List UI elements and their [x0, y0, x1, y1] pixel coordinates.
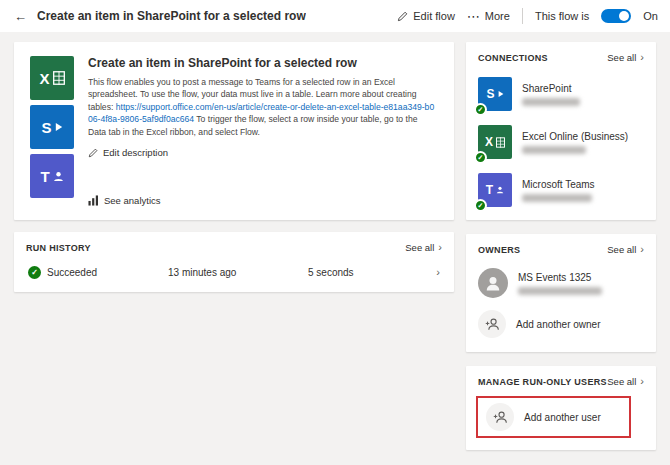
chevron-right-icon: ›: [640, 376, 644, 387]
sharepoint-icon: S ✓: [478, 77, 512, 111]
more-label: More: [485, 10, 510, 22]
run-only-users-see-all[interactable]: See all ›: [607, 376, 644, 387]
flow-toggle[interactable]: [601, 9, 631, 23]
run-duration: 5 seconds: [308, 267, 436, 278]
connected-check-icon: ✓: [474, 103, 487, 116]
owners-see-all[interactable]: See all ›: [607, 244, 644, 255]
analytics-icon: [88, 195, 99, 206]
run-history-card: RUN HISTORY See all › ✓ Succeeded 13 min…: [14, 232, 454, 292]
top-header: ← Create an item in SharePoint for a sel…: [0, 0, 670, 32]
spreadsheet-glyph: [53, 71, 65, 85]
run-only-users-title: MANAGE RUN-ONLY USERS: [478, 377, 607, 387]
connections-card: CONNECTIONS See all › S ✓ SharePoint: [466, 42, 656, 220]
connected-check-icon: ✓: [474, 199, 487, 212]
redacted-text: [522, 98, 580, 106]
excel-icon: X ✓: [478, 125, 512, 159]
edit-flow-button[interactable]: Edit flow: [397, 10, 455, 22]
chevron-right-icon: ›: [436, 267, 440, 278]
edit-icon: [397, 11, 408, 22]
run-status-label: Succeeded: [47, 267, 97, 278]
connection-name: Excel Online (Business): [522, 131, 628, 142]
highlight-annotation: Add another user: [476, 396, 631, 438]
run-time: 13 minutes ago: [168, 267, 308, 278]
run-status: ✓ Succeeded: [28, 266, 168, 279]
chevron-right-icon: ›: [640, 244, 644, 255]
flow-state-label: This flow is: [535, 10, 589, 22]
toggle-knob: [619, 11, 629, 21]
flow-state-value: On: [643, 10, 658, 22]
edit-description-button[interactable]: Edit description: [88, 147, 168, 158]
flow-details-card: X S T Create an item in SharePoint for a…: [14, 42, 454, 220]
more-button[interactable]: ⋯ More: [467, 10, 510, 23]
sharepoint-icon: S: [30, 105, 74, 149]
owners-title: OWNERS: [478, 245, 520, 255]
add-user-button[interactable]: Add another user: [480, 401, 607, 433]
person-silhouette-icon: [483, 273, 503, 293]
flow-body: Create an item in SharePoint for a selec…: [88, 56, 438, 206]
page-title: Create an item in SharePoint for a selec…: [37, 9, 306, 23]
connections-see-all[interactable]: See all ›: [607, 52, 644, 63]
connection-item[interactable]: T ✓ Microsoft Teams: [466, 166, 656, 214]
add-person-icon: [478, 310, 506, 338]
edit-icon: [88, 148, 98, 158]
teams-icon: T: [30, 154, 74, 198]
right-column: CONNECTIONS See all › S ✓ SharePoint: [466, 42, 656, 450]
flow-title: Create an item in SharePoint for a selec…: [88, 56, 438, 70]
see-analytics-label: See analytics: [104, 195, 161, 206]
run-history-see-all[interactable]: See all ›: [405, 242, 442, 253]
excel-icon: X: [30, 56, 74, 100]
more-icon: ⋯: [467, 10, 480, 23]
run-history-title: RUN HISTORY: [26, 243, 91, 253]
spreadsheet-glyph: [496, 137, 505, 148]
person-glyph: [53, 171, 64, 182]
add-owner-label: Add another owner: [516, 319, 601, 330]
avatar: [478, 268, 508, 298]
redacted-text: [522, 146, 586, 154]
back-button[interactable]: ←: [12, 9, 33, 24]
header-divider: [522, 8, 523, 24]
chevron-right-icon: ›: [438, 242, 442, 253]
add-user-label: Add another user: [524, 412, 601, 423]
owner-name: MS Events 1325: [518, 272, 602, 283]
connected-check-icon: ✓: [474, 151, 487, 164]
connection-item[interactable]: S ✓ SharePoint: [466, 70, 656, 118]
header-actions: Edit flow ⋯ More This flow is On: [397, 8, 658, 24]
flow-description: This flow enables you to post a message …: [88, 76, 438, 138]
edit-flow-label: Edit flow: [413, 10, 455, 22]
arrow-glyph: [498, 90, 504, 98]
add-person-icon: [486, 403, 514, 431]
connection-item[interactable]: X ✓ Excel Online (Business): [466, 118, 656, 166]
owners-card: OWNERS See all › MS Events 1325: [466, 234, 656, 352]
left-column: X S T Create an item in SharePoint for a…: [14, 42, 454, 450]
run-history-row[interactable]: ✓ Succeeded 13 minutes ago 5 seconds ›: [14, 260, 454, 292]
succeeded-icon: ✓: [28, 266, 41, 279]
person-glyph: [496, 186, 504, 194]
connection-name: Microsoft Teams: [522, 179, 595, 190]
connections-title: CONNECTIONS: [478, 53, 548, 63]
arrow-glyph: [55, 122, 63, 132]
see-analytics-button[interactable]: See analytics: [88, 195, 161, 206]
chevron-right-icon: ›: [640, 52, 644, 63]
teams-icon: T ✓: [478, 173, 512, 207]
main-content: X S T Create an item in SharePoint for a…: [0, 32, 670, 450]
run-only-users-card: MANAGE RUN-ONLY USERS See all › Add anot…: [466, 366, 656, 450]
owner-item: MS Events 1325: [466, 262, 656, 304]
flow-icon-stack: X S T: [30, 56, 74, 206]
add-owner-button[interactable]: Add another owner: [466, 304, 656, 344]
redacted-text: [522, 194, 592, 202]
edit-description-label: Edit description: [103, 147, 168, 158]
redacted-text: [518, 287, 602, 295]
connection-name: SharePoint: [522, 83, 580, 94]
